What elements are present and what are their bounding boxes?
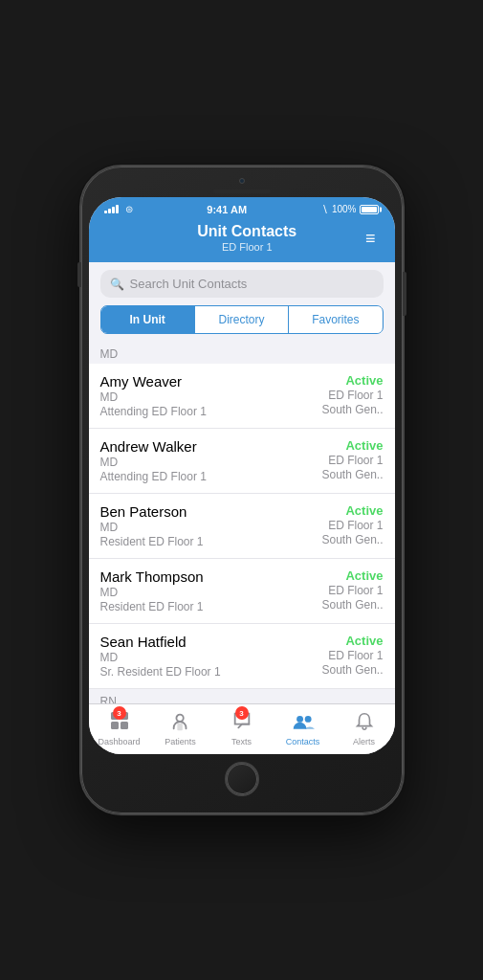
contact-item-ben-paterson[interactable]: Ben Paterson MD Resident ED Floor 1 Acti… xyxy=(89,494,395,559)
contact-detail: Resident ED Floor 1 xyxy=(100,535,204,548)
contacts-label: Contacts xyxy=(286,737,320,746)
contact-item-amy-weaver[interactable]: Amy Weaver MD Attending ED Floor 1 Activ… xyxy=(89,364,395,429)
contact-name: Amy Weaver xyxy=(100,373,207,390)
signal-bar-4 xyxy=(116,205,119,213)
contact-gen: South Gen.. xyxy=(321,663,383,677)
tabs-container: In Unit Directory Favorites xyxy=(100,305,384,334)
contact-gen: South Gen.. xyxy=(321,598,383,612)
phone-screen: ⊜ 9:41 AM ∖ 100% Unit Contacts ED Floor … xyxy=(89,197,395,754)
contact-gen: South Gen.. xyxy=(321,403,383,416)
contact-location: ED Floor 1 xyxy=(321,454,383,467)
tab-bar-item-patients[interactable]: Patients xyxy=(157,711,205,746)
contact-location: ED Floor 1 xyxy=(321,519,383,532)
dashboard-icon-wrapper: 3 xyxy=(109,710,130,735)
content-area: 🔍 Search Unit Contacts In Unit Directory… xyxy=(89,262,395,703)
tab-bar: 3 Dashboard Patients xyxy=(89,703,395,754)
tab-bar-item-contacts[interactable]: Contacts xyxy=(279,711,327,746)
phone-frame: ⊜ 9:41 AM ∖ 100% Unit Contacts ED Floor … xyxy=(79,165,405,815)
home-button[interactable] xyxy=(225,762,259,796)
contact-right: Active ED Floor 1 South Gen.. xyxy=(321,438,383,481)
signal-bar-3 xyxy=(112,207,115,213)
contact-role: MD xyxy=(100,456,207,469)
svg-rect-2 xyxy=(111,722,119,729)
contact-name: Andrew Walker xyxy=(100,438,207,455)
svg-rect-5 xyxy=(177,723,183,729)
contact-left: Ben Paterson MD Resident ED Floor 1 xyxy=(100,503,204,548)
nav-title-group: Unit Contacts ED Floor 1 xyxy=(133,223,362,253)
contact-right: Active ED Floor 1 South Gen.. xyxy=(321,503,383,546)
section-header-md: MD xyxy=(89,342,395,364)
svg-point-4 xyxy=(176,714,183,721)
bluetooth-icon: ∖ xyxy=(321,203,328,215)
contact-location: ED Floor 1 xyxy=(321,389,383,402)
status-bar: ⊜ 9:41 AM ∖ 100% xyxy=(89,197,395,219)
contact-left: Andrew Walker MD Attending ED Floor 1 xyxy=(100,438,207,483)
contact-left: Sean Hatfield MD Sr. Resident ED Floor 1 xyxy=(100,634,221,679)
tab-bar-item-dashboard[interactable]: 3 Dashboard xyxy=(96,710,143,746)
nav-header: Unit Contacts ED Floor 1 ≡ xyxy=(89,219,395,262)
contact-detail: Attending ED Floor 1 xyxy=(100,470,207,483)
svg-point-7 xyxy=(304,716,311,723)
texts-badge: 3 xyxy=(235,706,249,720)
contacts-icon xyxy=(292,711,315,735)
svg-point-6 xyxy=(296,716,303,723)
signal-bars xyxy=(104,205,119,213)
signal-bar-2 xyxy=(108,209,111,213)
section-header-rn: RN xyxy=(89,689,395,703)
alerts-label: Alerts xyxy=(353,737,375,746)
contact-role: MD xyxy=(100,521,204,534)
contact-role: MD xyxy=(100,586,204,599)
battery-percent: 100% xyxy=(332,204,357,214)
tab-bar-item-texts[interactable]: 3 Texts xyxy=(218,710,266,746)
tab-directory[interactable]: Directory xyxy=(195,306,289,333)
contact-detail: Attending ED Floor 1 xyxy=(100,405,207,418)
tab-favorites[interactable]: Favorites xyxy=(289,306,382,333)
texts-icon-wrapper: 3 xyxy=(231,710,252,735)
contact-right: Active ED Floor 1 South Gen.. xyxy=(321,568,383,612)
dashboard-badge: 3 xyxy=(113,706,126,720)
contact-right: Active ED Floor 1 South Gen.. xyxy=(321,373,383,416)
status-badge: Active xyxy=(321,438,383,453)
contact-item-mark-thompson[interactable]: Mark Thompson MD Resident ED Floor 1 Act… xyxy=(89,559,395,624)
tab-bar-item-alerts[interactable]: Alerts xyxy=(340,711,388,746)
status-left: ⊜ xyxy=(104,204,133,214)
speaker xyxy=(213,189,271,193)
status-badge: Active xyxy=(321,634,383,648)
status-badge: Active xyxy=(321,503,383,518)
svg-rect-3 xyxy=(121,722,128,729)
contact-role: MD xyxy=(100,390,207,404)
contact-item-andrew-walker[interactable]: Andrew Walker MD Attending ED Floor 1 Ac… xyxy=(89,429,395,494)
contact-name: Mark Thompson xyxy=(100,568,204,585)
alerts-icon xyxy=(354,711,375,735)
home-button-area xyxy=(89,754,395,800)
contact-name: Sean Hatfield xyxy=(100,634,221,650)
wifi-icon: ⊜ xyxy=(125,204,133,214)
contact-left: Mark Thompson MD Resident ED Floor 1 xyxy=(100,568,204,613)
contact-role: MD xyxy=(100,651,221,664)
battery-fill xyxy=(362,207,377,212)
dashboard-label: Dashboard xyxy=(98,737,140,746)
contact-gen: South Gen.. xyxy=(321,468,383,481)
status-badge: Active xyxy=(321,373,383,388)
texts-label: Texts xyxy=(231,737,252,746)
status-right: ∖ 100% xyxy=(321,203,380,215)
contact-item-sean-hatfield[interactable]: Sean Hatfield MD Sr. Resident ED Floor 1… xyxy=(89,624,395,689)
battery-indicator xyxy=(360,205,379,214)
search-bar-container: 🔍 Search Unit Contacts xyxy=(89,262,395,305)
contact-detail: Sr. Resident ED Floor 1 xyxy=(100,665,221,679)
contact-location: ED Floor 1 xyxy=(321,649,383,662)
camera-dot xyxy=(239,178,245,184)
status-badge: Active xyxy=(321,568,383,583)
patients-icon xyxy=(170,711,191,735)
contact-name: Ben Paterson xyxy=(100,503,204,520)
search-icon: 🔍 xyxy=(110,278,124,291)
search-bar[interactable]: 🔍 Search Unit Contacts xyxy=(100,270,384,298)
contact-location: ED Floor 1 xyxy=(321,584,383,597)
page-subtitle: ED Floor 1 xyxy=(133,241,362,253)
contact-list: MD Amy Weaver MD Attending ED Floor 1 Ac… xyxy=(89,342,395,703)
notch-area xyxy=(89,178,395,195)
search-placeholder-text: Search Unit Contacts xyxy=(130,277,248,291)
menu-button[interactable]: ≡ xyxy=(362,226,380,251)
contact-detail: Resident ED Floor 1 xyxy=(100,600,204,613)
tab-in-unit[interactable]: In Unit xyxy=(101,306,195,333)
